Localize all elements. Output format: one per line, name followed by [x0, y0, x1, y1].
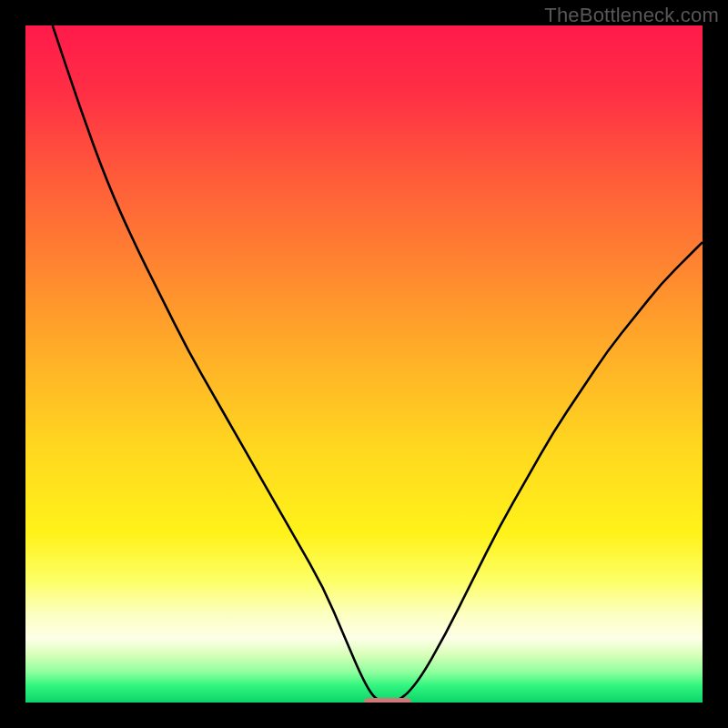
- optimal-range-marker: [364, 698, 411, 703]
- plot-area: [25, 25, 703, 703]
- gradient-background: [25, 25, 703, 703]
- svg-rect-0: [25, 25, 703, 703]
- chart-frame: TheBottleneck.com: [0, 0, 728, 728]
- watermark-text: TheBottleneck.com: [544, 4, 719, 27]
